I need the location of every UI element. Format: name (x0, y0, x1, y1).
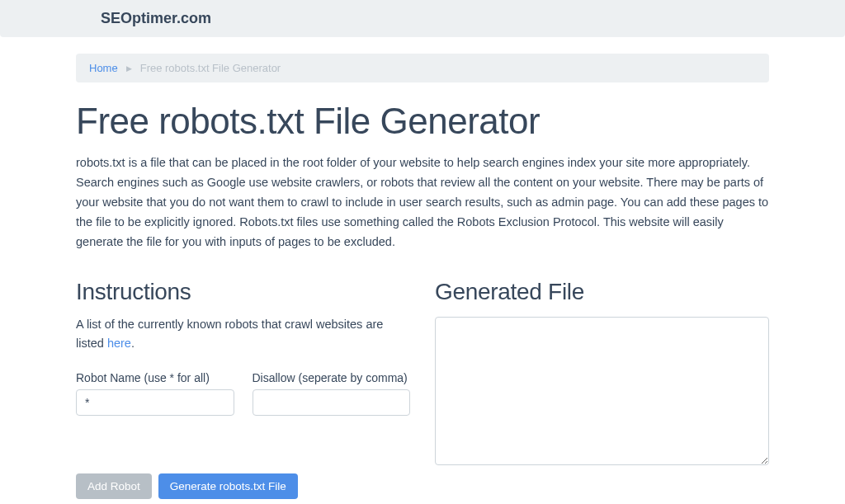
robots-list-link[interactable]: here (107, 337, 131, 350)
top-header: SEOptimer.com (0, 0, 845, 37)
page-title: Free robots.txt File Generator (76, 101, 769, 142)
generated-file-heading: Generated File (435, 279, 769, 305)
instructions-text-suffix: . (131, 337, 135, 350)
instructions-column: Instructions A list of the currently kno… (76, 279, 410, 499)
brand-logo[interactable]: SEOptimer.com (76, 10, 769, 27)
generated-file-column: Generated File (435, 279, 769, 499)
generate-button[interactable]: Generate robots.txt File (158, 473, 298, 499)
intro-paragraph: robots.txt is a file that can be placed … (76, 153, 769, 252)
instructions-text: A list of the currently known robots tha… (76, 315, 410, 353)
disallow-input[interactable] (253, 389, 411, 416)
disallow-label: Disallow (seperate by comma) (253, 371, 411, 384)
instructions-heading: Instructions (76, 279, 410, 305)
breadcrumb-current: Free robots.txt File Generator (140, 62, 281, 74)
add-robot-button[interactable]: Add Robot (76, 473, 152, 499)
breadcrumb-home-link[interactable]: Home (89, 62, 118, 74)
robot-name-label: Robot Name (use * for all) (76, 371, 234, 384)
robot-name-input[interactable] (76, 389, 234, 416)
breadcrumb: Home ▶ Free robots.txt File Generator (76, 54, 769, 82)
chevron-right-icon: ▶ (126, 64, 132, 73)
generated-file-textarea[interactable] (435, 317, 769, 465)
